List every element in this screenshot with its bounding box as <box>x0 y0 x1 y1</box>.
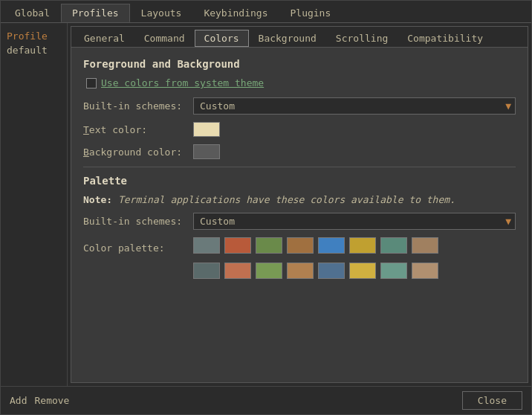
system-theme-checkbox[interactable] <box>86 78 97 89</box>
palette-swatch-row1-4[interactable] <box>318 237 345 254</box>
palette-built-in-dropdown-container: Custom ▼ <box>193 213 516 230</box>
text-color-row: Text color: <box>83 122 516 137</box>
sidebar-profile-default[interactable]: default <box>4 43 64 57</box>
palette-swatch-row1-5[interactable] <box>349 237 376 254</box>
bg-color-label: Background color: <box>83 147 187 158</box>
sidebar: Profile default <box>1 23 68 386</box>
bg-color-row: Background color: <box>83 144 516 159</box>
tab-plugins[interactable]: Plugins <box>279 4 342 22</box>
color-palette-section: Color palette: <box>83 237 516 283</box>
palette-swatch-row1-7[interactable] <box>412 237 438 254</box>
palette-row-2 <box>193 263 438 279</box>
tab-keybindings[interactable]: Keybindings <box>192 4 279 22</box>
palette-note-text: Terminal applications have these colors … <box>112 194 455 205</box>
tab-command[interactable]: Command <box>134 30 195 47</box>
tab-scrolling[interactable]: Scrolling <box>326 30 398 47</box>
palette-swatch-row2-1[interactable] <box>224 263 251 279</box>
content-body: Foreground and Background Use colors fro… <box>71 48 528 382</box>
bottom-left-buttons: Add Remove <box>10 395 69 406</box>
palette-swatch-row1-0[interactable] <box>193 237 220 254</box>
tab-layouts[interactable]: Layouts <box>130 4 193 22</box>
palette-note: Note: Terminal applications have these c… <box>83 194 516 205</box>
sub-tab-bar: General Command Colors Background Scroll… <box>71 27 528 48</box>
tab-compatibility[interactable]: Compatibility <box>398 30 493 47</box>
palette-swatch-row2-4[interactable] <box>318 263 345 279</box>
text-color-label: Text color: <box>83 124 187 135</box>
palette-built-in-row: Built-in schemes: Custom ▼ <box>83 213 516 230</box>
fg-built-in-label: Built-in schemes: <box>83 100 187 112</box>
palette-swatch-row1-2[interactable] <box>256 237 282 254</box>
section-divider <box>83 167 516 167</box>
top-tab-bar: Global Profiles Layouts Keybindings Plug… <box>1 1 531 23</box>
tab-background[interactable]: Background <box>249 30 326 47</box>
main-area: Profile default General Command Colors B… <box>1 23 531 386</box>
text-color-swatch[interactable] <box>193 122 220 137</box>
fg-bg-section-title: Foreground and Background <box>83 58 516 70</box>
tab-global[interactable]: Global <box>4 4 61 22</box>
palette-swatch-row2-3[interactable] <box>287 263 314 279</box>
palette-swatch-row1-1[interactable] <box>224 237 251 254</box>
fg-built-in-dropdown[interactable]: Custom <box>193 97 516 115</box>
palette-swatch-row1-6[interactable] <box>380 237 407 254</box>
palette-built-in-dropdown[interactable]: Custom <box>193 213 516 230</box>
content-panel: General Command Colors Background Scroll… <box>71 26 528 383</box>
palette-swatch-row2-7[interactable] <box>412 263 438 279</box>
palette-swatch-row2-0[interactable] <box>193 263 220 279</box>
tab-general[interactable]: General <box>74 30 134 47</box>
palette-section-title: Palette <box>83 175 516 187</box>
bg-color-swatch[interactable] <box>193 144 220 159</box>
palette-note-bold: Note: <box>83 194 112 205</box>
remove-button[interactable]: Remove <box>34 395 69 406</box>
sidebar-profile-label: Profile <box>4 29 64 43</box>
bottom-bar: Add Remove Close <box>1 386 531 414</box>
palette-row-1 <box>193 237 438 254</box>
close-button[interactable]: Close <box>462 391 522 410</box>
palette-swatch-row2-2[interactable] <box>256 263 282 279</box>
palette-swatch-row2-5[interactable] <box>349 263 376 279</box>
system-theme-row: Use colors from system theme <box>86 77 516 89</box>
system-theme-label[interactable]: Use colors from system theme <box>101 77 264 89</box>
fg-built-in-dropdown-container: Custom ▼ <box>193 97 516 115</box>
color-palette-label: Color palette: <box>83 242 187 254</box>
palette-swatch-row2-6[interactable] <box>380 263 407 279</box>
tab-profiles[interactable]: Profiles <box>61 4 130 22</box>
add-button[interactable]: Add <box>10 395 27 406</box>
fg-built-in-row: Built-in schemes: Custom ▼ <box>83 97 516 115</box>
palette-swatch-row1-3[interactable] <box>287 237 314 254</box>
tab-colors[interactable]: Colors <box>195 30 249 47</box>
palette-built-in-label: Built-in schemes: <box>83 216 187 227</box>
